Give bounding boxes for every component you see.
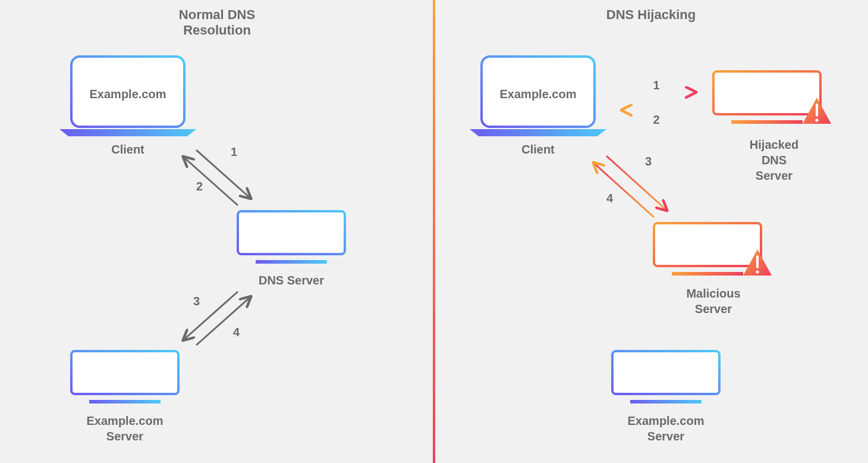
- left-step-4: 4: [233, 326, 240, 339]
- right-client-screen-text: Example.com: [500, 87, 577, 101]
- left-dns-server-label: DNS Server: [259, 274, 324, 287]
- right-malicious-label1: Malicious: [686, 287, 740, 300]
- left-title-line1: Normal DNS: [179, 7, 255, 22]
- left-step-3: 3: [193, 295, 200, 308]
- right-step-1: 1: [653, 79, 659, 92]
- right-origin-label1: Example.com: [628, 414, 705, 427]
- panel-divider: [433, 0, 435, 463]
- left-step-1: 1: [231, 145, 237, 158]
- left-client-icon: Example.com: [59, 57, 196, 136]
- left-origin-label2: Server: [106, 430, 143, 443]
- right-step-3: 3: [645, 155, 652, 168]
- left-client-screen-text: Example.com: [90, 87, 166, 101]
- left-step-2: 2: [196, 180, 203, 193]
- right-step-2: 2: [653, 113, 659, 126]
- right-origin-label2: Server: [647, 430, 684, 443]
- left-title-line2: Resolution: [183, 23, 251, 37]
- right-client-icon: Example.com: [470, 57, 606, 136]
- right-malicious-label2: Server: [695, 302, 732, 315]
- right-step-4: 4: [606, 192, 614, 205]
- left-origin-label1: Example.com: [87, 414, 163, 427]
- right-title: DNS Hijacking: [606, 7, 696, 22]
- right-hijacked-label1: Hijacked: [750, 138, 798, 151]
- right-hijacked-label2: DNS: [762, 154, 787, 167]
- left-client-label: Client: [111, 143, 144, 156]
- right-client-label: Client: [521, 143, 555, 156]
- right-hijacked-label3: Server: [756, 169, 792, 182]
- diagram-root: Normal DNS Resolution Example.com Client…: [0, 0, 868, 463]
